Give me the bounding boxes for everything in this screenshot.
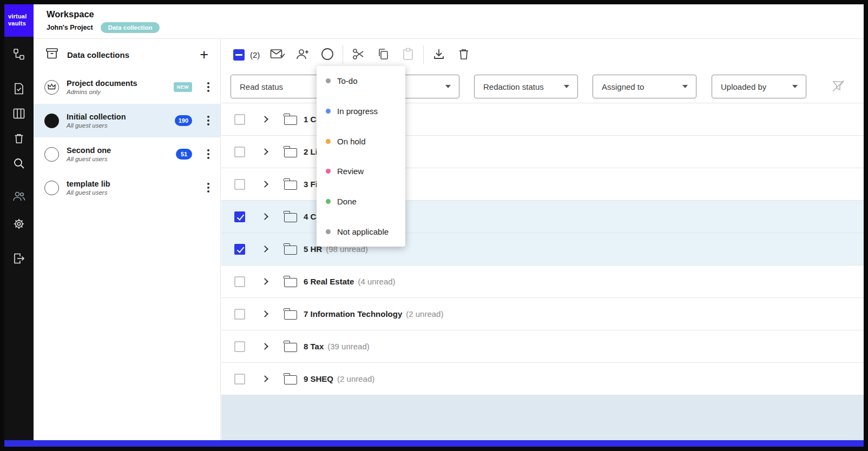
trash-icon: [14, 132, 24, 146]
collection-item-initial-collection[interactable]: Initial collection All guest users 190: [34, 104, 220, 137]
collections-panel: Data collections + Project documents Adm…: [34, 39, 221, 440]
nav-rail: virtual vaults: [4, 4, 34, 440]
row-checkbox[interactable]: [234, 147, 245, 157]
project-name: John's Project: [47, 24, 93, 31]
trash-icon: [458, 48, 470, 62]
status-option-review[interactable]: Review: [317, 156, 405, 187]
filter-uploaded-by[interactable]: Uploaded by: [712, 75, 806, 98]
kebab-menu-icon[interactable]: [203, 112, 214, 129]
workspace-tree-button[interactable]: [4, 42, 34, 67]
folder-row[interactable]: 9 SHEQ (2 unread): [221, 363, 864, 395]
paste-button[interactable]: [396, 43, 420, 67]
chevron-right-icon[interactable]: [261, 181, 268, 188]
document-report-button[interactable]: [4, 77, 34, 102]
folder-icon: [284, 148, 297, 157]
status-dot: [326, 109, 331, 114]
select-all-checkbox[interactable]: [233, 49, 245, 61]
row-checkbox[interactable]: [234, 114, 245, 125]
chevron-right-icon[interactable]: [261, 310, 268, 317]
status-dot: [326, 199, 331, 204]
filter-redaction-status[interactable]: Redaction status: [474, 75, 578, 98]
folder-icon: [284, 213, 297, 222]
search-nav-button[interactable]: [4, 151, 34, 176]
chevron-right-icon[interactable]: [261, 375, 268, 382]
row-checkbox[interactable]: [234, 341, 245, 352]
unread-count: (39 unread): [327, 342, 370, 351]
clipboard-icon: [402, 48, 414, 62]
status-option-todo[interactable]: To-do: [317, 66, 405, 96]
delete-button[interactable]: [451, 43, 476, 67]
export-icon: [13, 253, 25, 266]
person-add-icon: [295, 48, 310, 62]
status-option-on-hold[interactable]: On hold: [317, 126, 405, 156]
status-option-done[interactable]: Done: [317, 187, 405, 217]
collection-avatar: [44, 181, 59, 195]
kebab-menu-icon[interactable]: [203, 79, 214, 95]
collection-item-template-lib[interactable]: template lib All guest users: [34, 171, 220, 204]
logo-line2: vaults: [8, 20, 34, 27]
chevron-right-icon[interactable]: [261, 278, 268, 285]
collection-item-project-documents[interactable]: Project documents Admins only NEW: [34, 70, 220, 104]
chevron-down-icon: [564, 85, 569, 88]
folder-row[interactable]: 8 Tax (39 unread): [221, 330, 864, 363]
export-nav-button[interactable]: [4, 247, 34, 271]
toolbar-divider: [343, 45, 343, 64]
table-view-button[interactable]: [4, 102, 34, 127]
filter-assigned-to[interactable]: Assigned to: [593, 75, 696, 98]
table-icon: [13, 108, 25, 121]
clear-filters-button[interactable]: [831, 79, 845, 95]
project-line: John's Project Data collection: [47, 22, 864, 33]
scissors-icon: [352, 48, 365, 62]
collection-avatar: [44, 80, 59, 95]
chevron-down-icon: [682, 85, 688, 88]
download-icon: [432, 48, 445, 62]
assign-user-button[interactable]: [290, 43, 315, 67]
toolbar-divider: [423, 45, 424, 64]
settings-nav-button[interactable]: [4, 212, 34, 237]
cut-button[interactable]: [346, 43, 371, 67]
folder-name: 8 Tax: [304, 342, 324, 351]
collections-header: Data collections +: [34, 39, 220, 70]
folder-icon: [284, 278, 297, 287]
users-nav-button[interactable]: [4, 184, 34, 209]
chevron-right-icon[interactable]: [261, 246, 268, 253]
status-circle-icon: [321, 48, 334, 62]
chevron-right-icon[interactable]: [261, 213, 268, 220]
collection-subtitle: Admins only: [67, 89, 166, 95]
row-checkbox[interactable]: [234, 309, 245, 320]
add-collection-button[interactable]: +: [200, 48, 208, 62]
document-check-icon: [14, 83, 24, 96]
kebab-menu-icon[interactable]: [203, 146, 214, 162]
gear-icon: [13, 218, 25, 231]
unread-count: (2 unread): [337, 374, 374, 383]
folder-icon: [284, 116, 297, 125]
chevron-right-icon[interactable]: [261, 343, 268, 350]
bottom-strip: [4, 440, 864, 447]
row-checkbox[interactable]: [234, 211, 245, 222]
kebab-menu-icon[interactable]: [203, 180, 214, 196]
trash-nav-button[interactable]: [4, 127, 34, 151]
chevron-right-icon[interactable]: [261, 116, 268, 123]
document-count-badge: 190: [175, 115, 192, 126]
row-checkbox[interactable]: [234, 276, 245, 287]
collection-item-second-one[interactable]: Second one All guest users 51: [34, 137, 220, 171]
copy-button[interactable]: [371, 43, 396, 67]
set-status-button[interactable]: [315, 43, 340, 67]
row-checkbox[interactable]: [234, 179, 245, 190]
chevron-right-icon[interactable]: [261, 148, 268, 155]
collection-subtitle: All guest users: [67, 156, 168, 162]
status-dot: [326, 169, 331, 174]
status-option-in-progress[interactable]: In progress: [317, 96, 405, 127]
collection-name: Project documents: [67, 79, 166, 88]
mark-read-button[interactable]: [265, 43, 290, 67]
new-badge: NEW: [174, 82, 192, 92]
status-dot: [326, 139, 331, 144]
filter-off-icon: [831, 87, 845, 95]
folder-icon: [284, 343, 297, 352]
download-button[interactable]: [426, 43, 451, 67]
folder-row[interactable]: 6 Real Estate (4 unread): [221, 266, 864, 298]
row-checkbox[interactable]: [234, 374, 245, 384]
folder-row[interactable]: 7 Information Technology (2 unread): [221, 298, 864, 330]
status-option-not-applicable[interactable]: Not applicable: [317, 216, 405, 247]
row-checkbox[interactable]: [234, 244, 245, 255]
